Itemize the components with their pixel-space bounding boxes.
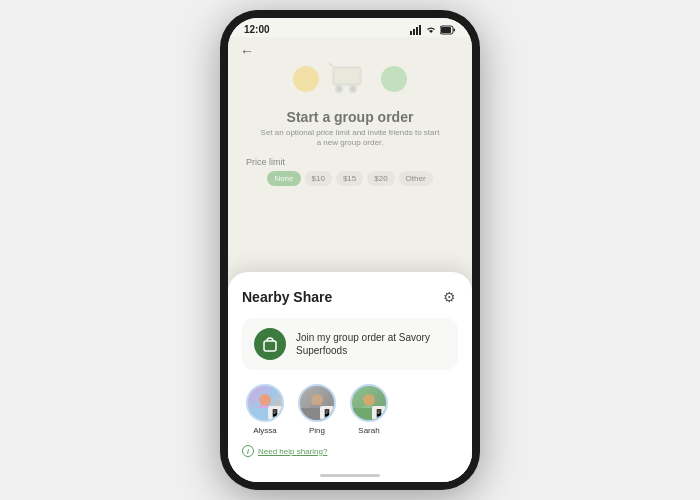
gear-icon[interactable]: ⚙ bbox=[440, 288, 458, 306]
avatar-alyssa: 📱 bbox=[246, 384, 284, 422]
svg-point-13 bbox=[351, 87, 355, 91]
status-icons bbox=[410, 25, 456, 35]
price-chips: None $10 $15 $20 Other bbox=[267, 171, 432, 186]
svg-rect-1 bbox=[413, 29, 415, 35]
share-icon-circle bbox=[254, 328, 286, 360]
chip-10[interactable]: $10 bbox=[305, 171, 332, 186]
contact-name-sarah: Sarah bbox=[358, 426, 379, 435]
app-background: ← Start a group or bbox=[228, 37, 472, 482]
chip-none[interactable]: None bbox=[267, 171, 300, 186]
bottom-sheet: Nearby Share ⚙ Join my group order at Sa… bbox=[228, 272, 472, 482]
contact-name-ping: Ping bbox=[309, 426, 325, 435]
contact-name-alyssa: Alyssa bbox=[253, 426, 277, 435]
sheet-header: Nearby Share ⚙ bbox=[242, 288, 458, 306]
signal-icon bbox=[410, 25, 422, 35]
illustration bbox=[228, 37, 472, 107]
chip-15[interactable]: $15 bbox=[336, 171, 363, 186]
chip-other[interactable]: Other bbox=[399, 171, 433, 186]
svg-point-15 bbox=[259, 394, 271, 406]
salad-icon bbox=[381, 66, 407, 92]
svg-point-12 bbox=[337, 87, 341, 91]
price-limit-label: Price limit bbox=[246, 157, 285, 167]
share-card[interactable]: Join my group order at Savory Superfoods bbox=[242, 318, 458, 370]
help-link[interactable]: Need help sharing? bbox=[258, 447, 327, 456]
svg-rect-2 bbox=[416, 27, 418, 35]
svg-point-21 bbox=[363, 394, 375, 406]
avatar-sarah: 📱 bbox=[350, 384, 388, 422]
svg-rect-5 bbox=[441, 27, 451, 33]
contact-alyssa[interactable]: 📱 Alyssa bbox=[246, 384, 284, 435]
wifi-icon bbox=[425, 25, 437, 35]
svg-rect-14 bbox=[264, 341, 276, 351]
contact-ping[interactable]: 📱 Ping bbox=[298, 384, 336, 435]
svg-rect-0 bbox=[410, 31, 412, 35]
group-order-subtitle: Set an optional price limit and invite f… bbox=[228, 128, 472, 149]
avatar-ping: 📱 bbox=[298, 384, 336, 422]
pizza-icon bbox=[293, 66, 319, 92]
phone-overlay-ping: 📱 bbox=[320, 406, 334, 420]
info-icon: i bbox=[242, 445, 254, 457]
phone-overlay-sarah: 📱 bbox=[372, 406, 386, 420]
status-time: 12:00 bbox=[244, 24, 270, 35]
battery-icon bbox=[440, 25, 456, 35]
phone-overlay: 📱 bbox=[268, 406, 282, 420]
sheet-title: Nearby Share bbox=[242, 289, 332, 305]
bag-icon bbox=[261, 335, 279, 353]
help-row: i Need help sharing? bbox=[242, 445, 458, 457]
svg-rect-8 bbox=[335, 69, 359, 83]
cart-icon bbox=[325, 59, 375, 99]
svg-point-18 bbox=[311, 394, 323, 406]
phone-screen: 12:00 ← bbox=[228, 18, 472, 482]
group-order-title: Start a group order bbox=[287, 109, 414, 125]
status-bar: 12:00 bbox=[228, 18, 472, 37]
svg-line-9 bbox=[329, 63, 333, 67]
phone-frame: 12:00 ← bbox=[220, 10, 480, 490]
svg-rect-3 bbox=[419, 25, 421, 35]
contacts-row: 📱 Alyssa 📱 Ping bbox=[242, 384, 458, 435]
share-card-text: Join my group order at Savory Superfoods bbox=[296, 331, 446, 357]
home-indicator bbox=[320, 474, 380, 477]
contact-sarah[interactable]: 📱 Sarah bbox=[350, 384, 388, 435]
chip-20[interactable]: $20 bbox=[367, 171, 394, 186]
svg-rect-6 bbox=[454, 28, 456, 31]
